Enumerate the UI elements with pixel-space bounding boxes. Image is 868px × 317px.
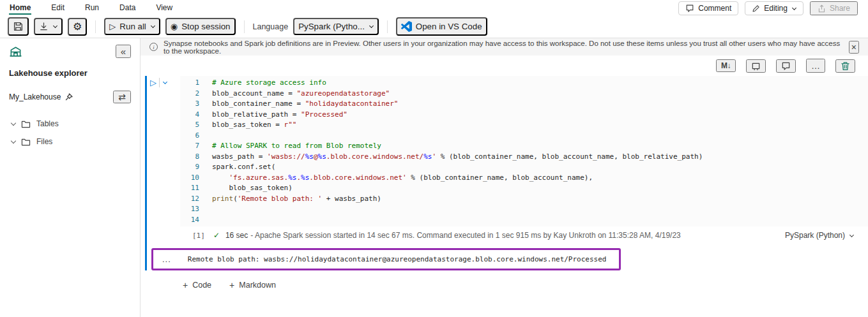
execution-detail: - Apache Spark session started in 14 sec… (250, 231, 680, 240)
lakehouse-explorer-sidebar: « Lakehouse explorer My_Lakehouse ⇄ Tabl… (0, 38, 141, 317)
run-options-chevron-icon[interactable] (163, 80, 167, 84)
notebook-content: i Synapse notebooks and Spark job defini… (141, 38, 868, 317)
pin-icon[interactable] (65, 93, 73, 101)
chevron-down-icon (53, 24, 57, 28)
stop-session-label: Stop session (181, 22, 230, 31)
export-button[interactable] (34, 18, 63, 35)
lakehouse-item[interactable]: My_Lakehouse ⇄ (9, 91, 131, 103)
share-button[interactable]: Share (810, 1, 858, 15)
delete-cell-icon[interactable] (835, 59, 855, 73)
code-text: blob_sas_token = r"" (212, 120, 296, 131)
code-line[interactable]: 8wasbs_path = 'wasbs://%s@%s.blob.core.w… (180, 152, 863, 163)
code-line[interactable]: 4blob_relative_path = "Processed" (180, 110, 863, 121)
chevron-down-icon (11, 120, 16, 125)
cell-status-bar: [1] ✓ 16 sec - Apache Spark session star… (150, 231, 868, 240)
code-line[interactable]: 1# Azure storage access info (180, 78, 863, 89)
code-text: blob_account_name = "azureopendatastorag… (212, 89, 390, 100)
code-line[interactable]: 11 blob_sas_token) (180, 183, 863, 194)
line-number: 11 (180, 183, 199, 194)
line-number: 6 (180, 131, 199, 142)
code-cell: ▷ 1# Azure storage access info2blob_acco… (145, 76, 868, 270)
plus-icon: + (229, 281, 234, 290)
code-text: wasbs_path = 'wasbs://%s@%s.blob.core.wi… (212, 152, 703, 163)
cell-comment-icon[interactable] (776, 59, 796, 73)
code-editor[interactable]: 1# Azure storage access info2blob_accoun… (180, 76, 868, 226)
line-number: 4 (180, 110, 199, 121)
code-text: blob_container_name = "holidaydatacontai… (212, 99, 398, 110)
save-button[interactable] (8, 17, 29, 36)
add-code-label: Code (192, 281, 211, 290)
play-icon: ▷ (109, 22, 116, 31)
toolbar-divider (95, 20, 96, 33)
sidebar-item-tables[interactable]: Tables (9, 115, 131, 133)
pencil-icon (752, 4, 760, 13)
menu-item-edit[interactable]: Edit (50, 2, 65, 15)
divider (159, 78, 160, 87)
language-selector[interactable]: PySpark (Pytho... (293, 18, 379, 35)
code-line[interactable]: 3blob_container_name = "holidaydataconta… (180, 99, 863, 110)
menubar-right: Comment Editing Share (678, 1, 862, 15)
code-line[interactable]: 7# Allow SPARK to read from Blob remotel… (180, 141, 863, 152)
open-in-vscode-button[interactable]: Open in VS Code (396, 17, 487, 36)
menu-item-data[interactable]: Data (119, 2, 136, 15)
snapshot-icon[interactable] (746, 59, 766, 73)
code-line[interactable]: 13 (180, 204, 863, 215)
settings-button[interactable]: ⚙ (68, 18, 87, 36)
cell-output-highlighted: ... Remote blob path: wasbs://holidaydat… (151, 248, 621, 270)
download-icon (39, 22, 49, 31)
add-code-cell-button[interactable]: + Code (183, 281, 211, 290)
menu-item-home[interactable]: Home (9, 2, 31, 15)
run-all-label: Run all (119, 22, 146, 31)
editing-mode-button[interactable]: Editing (745, 1, 803, 15)
success-check-icon: ✓ (213, 231, 220, 240)
output-options-button[interactable]: ... (162, 257, 171, 262)
line-number: 3 (180, 99, 199, 110)
run-cell-button[interactable]: ▷ (150, 78, 156, 87)
code-line[interactable]: 12print('Remote blob path: ' + wasbs_pat… (180, 194, 863, 205)
execution-duration: 16 sec (225, 231, 248, 240)
gear-icon: ⚙ (73, 22, 82, 32)
code-line[interactable]: 10 'fs.azure.sas.%s.%s.blob.core.windows… (180, 173, 863, 184)
add-markdown-label: Markdown (239, 281, 276, 290)
chevron-down-icon (792, 5, 796, 10)
comment-button[interactable]: Comment (678, 1, 738, 15)
more-options-icon[interactable]: … (806, 59, 825, 73)
sidebar-title: Lakehouse explorer (9, 68, 131, 78)
line-number: 10 (180, 173, 199, 184)
menu-item-view[interactable]: View (155, 2, 173, 15)
code-text: blob_sas_token) (212, 183, 293, 194)
preview-warning-banner: i Synapse notebooks and Spark job defini… (141, 38, 868, 55)
lakehouse-name: My_Lakehouse (9, 92, 61, 101)
stop-session-button[interactable]: ◉ Stop session (165, 18, 236, 35)
menu-item-run[interactable]: Run (84, 2, 100, 15)
language-value: PySpark (Pytho... (298, 22, 365, 31)
share-icon (818, 4, 826, 13)
code-line[interactable]: 2blob_account_name = "azureopendatastora… (180, 89, 863, 100)
lakehouse-icon (9, 45, 22, 58)
info-icon: i (149, 43, 158, 51)
code-text: 'fs.azure.sas.%s.%s.blob.core.windows.ne… (212, 173, 593, 184)
kernel-selector[interactable]: PySpark (Python) (785, 231, 868, 240)
line-number: 8 (180, 152, 199, 163)
cell-toolbar: M↓ … (141, 55, 868, 76)
code-text: # Azure storage access info (212, 78, 326, 89)
comment-icon (685, 4, 694, 13)
code-line[interactable]: 9spark.conf.set( (180, 162, 863, 173)
run-all-button[interactable]: ▷ Run all (104, 18, 160, 35)
convert-to-markdown-button[interactable]: M↓ (716, 59, 736, 72)
open-in-vscode-label: Open in VS Code (416, 22, 482, 31)
line-number: 5 (180, 120, 199, 131)
menu-bar: Home Edit Run Data View Comment Editing … (0, 0, 868, 15)
code-text: spark.conf.set( (212, 162, 275, 173)
chevron-down-icon (11, 138, 16, 143)
chevron-down-icon (151, 24, 155, 28)
editing-mode-label: Editing (764, 4, 788, 13)
code-line[interactable]: 5blob_sas_token = r"" (180, 120, 863, 131)
switch-lakehouse-icon[interactable]: ⇄ (113, 91, 131, 103)
add-markdown-cell-button[interactable]: + Markdown (229, 281, 276, 290)
close-icon[interactable]: × (849, 41, 859, 54)
code-line[interactable]: 6 (180, 131, 863, 142)
sidebar-item-files[interactable]: Files (9, 133, 131, 151)
collapse-sidebar-button[interactable]: « (116, 45, 131, 58)
code-line[interactable]: 14 (180, 215, 863, 226)
